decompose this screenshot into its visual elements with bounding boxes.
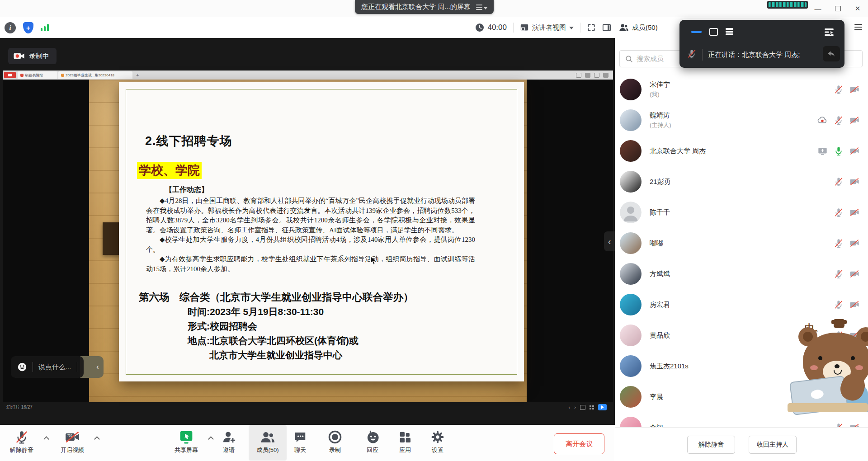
invite-button[interactable]: 邀请: [210, 425, 248, 461]
unmute-button[interactable]: 解除静音: [3, 425, 41, 461]
start-video-button[interactable]: 720 开启视频: [53, 425, 91, 461]
tabstrip-icon[interactable]: [603, 73, 609, 78]
meeting-info-icon[interactable]: i: [5, 22, 16, 33]
quick-chat-input[interactable]: 说点什么...: [38, 363, 71, 372]
next-slide-icon[interactable]: ›: [574, 405, 576, 410]
avatar: [620, 202, 642, 223]
popup-reply-icon[interactable]: [823, 46, 840, 61]
mic-muted-icon[interactable]: [834, 269, 844, 279]
chat-icon: [293, 430, 307, 444]
camera-off-icon[interactable]: [849, 85, 859, 94]
slide-page: 2.线下招聘专场 学校、学院 【工作动态】 ◆4月28日，由全国工商联、教育部和…: [119, 82, 524, 381]
emoji-icon[interactable]: [17, 362, 27, 372]
camera-off-icon[interactable]: [849, 177, 859, 187]
camera-off-icon[interactable]: [849, 207, 859, 217]
play-button[interactable]: [598, 404, 607, 410]
slide-paragraphs: ◆4月28日，由全国工商联、教育部和人社部共同举办的“百城万企”民企高校携手促就…: [146, 196, 475, 274]
member-row[interactable]: 宋佳宁(我): [615, 74, 868, 105]
member-row[interactable]: 方斌斌: [615, 259, 868, 289]
tab-favicon: [61, 74, 64, 77]
member-row[interactable]: 李晨: [615, 381, 868, 412]
toolbar-item-label: 设置: [432, 446, 443, 454]
member-name: 魏靖涛: [650, 111, 817, 120]
member-row[interactable]: 北京联合大学 周杰: [615, 136, 868, 166]
browser-tab[interactable]: 2023届毕业生就...集20230418: [58, 71, 132, 79]
annotate-icon[interactable]: [580, 405, 585, 410]
camera-off-icon[interactable]: 720: [65, 429, 80, 445]
record-button[interactable]: 录制: [316, 425, 354, 461]
tabstrip-icon[interactable]: [594, 73, 599, 78]
member-row[interactable]: 黄品欣: [615, 320, 868, 351]
start-video-options-chevron[interactable]: [94, 435, 99, 441]
camera-off-icon[interactable]: [849, 330, 859, 340]
window-restore-button[interactable]: [830, 2, 845, 15]
member-row[interactable]: 嘟嘟: [615, 228, 868, 259]
popup-minimize-icon[interactable]: [691, 31, 702, 33]
settings-button[interactable]: 设置: [419, 425, 457, 461]
window-minimize-button[interactable]: —: [810, 2, 826, 15]
mic-muted-icon[interactable]: [834, 207, 844, 217]
bottom-toolbar: 离开会议 解除静音 720 开启视频 共享屏幕 邀请 成员(50) 聊天 录制 …: [0, 425, 615, 461]
camera-off-icon[interactable]: [849, 300, 859, 310]
mic-muted-icon[interactable]: [834, 330, 844, 340]
reclaim-host-button[interactable]: 收回主持人: [749, 436, 797, 454]
tab-favicon: [20, 74, 24, 77]
camera-off-icon[interactable]: [849, 146, 859, 156]
member-list: 宋佳宁(我) 魏靖涛(主持人) 北京联合大学 周杰 21彭勇 陈千千: [615, 17, 868, 461]
member-row[interactable]: 21彭勇: [615, 166, 868, 197]
banner-menu-icon[interactable]: [476, 5, 487, 10]
share-screen-button[interactable]: 共享屏幕: [167, 425, 205, 461]
new-tab-button[interactable]: +: [136, 72, 139, 78]
shared-screen-area: 录制中 刷题易情报 2023届毕业生就...集20230418 +: [0, 38, 615, 425]
mic-muted-icon[interactable]: [687, 49, 697, 59]
reaction-icon: [365, 430, 380, 444]
slide-paragraph: ◆校学生处加大学生服务力度，4月份共组织校园招聘活动4场，涉及140家用人单位参…: [146, 235, 475, 254]
member-row[interactable]: 魏靖涛(主持人): [615, 105, 868, 136]
view-mode-selector[interactable]: 演讲者视图: [520, 24, 574, 32]
toolbar-item-label: 回应: [367, 446, 378, 454]
mic-on-icon[interactable]: [834, 146, 844, 156]
mic-muted-icon[interactable]: [834, 238, 844, 248]
tabstrip-icon[interactable]: [576, 73, 581, 78]
camera-off-icon[interactable]: [849, 115, 859, 125]
popup-collapse-icon[interactable]: [824, 27, 835, 37]
side-panel-toggle-icon[interactable]: [602, 24, 611, 32]
camera-off-icon[interactable]: [849, 269, 859, 279]
mic-muted-icon[interactable]: [834, 300, 844, 310]
unmute-options-chevron[interactable]: [43, 435, 49, 441]
leave-meeting-button[interactable]: 离开会议: [554, 433, 604, 454]
prev-slide-icon[interactable]: ‹: [569, 405, 571, 410]
slide-session-title: 第六场 综合类（北京市大学生就业创业指导中心联合举办）: [139, 290, 414, 304]
mic-muted-icon[interactable]: [834, 361, 844, 371]
popup-window-icon[interactable]: [709, 28, 718, 36]
camera-off-icon[interactable]: [849, 392, 859, 402]
mic-muted-icon[interactable]: [834, 177, 844, 187]
mic-muted-icon[interactable]: [834, 392, 844, 402]
popup-list-icon[interactable]: [726, 28, 733, 35]
mic-muted-icon[interactable]: [834, 115, 844, 125]
member-row[interactable]: 陈千千: [615, 197, 868, 228]
window-close-button[interactable]: ✕: [850, 2, 865, 15]
security-shield-icon[interactable]: +: [23, 22, 33, 33]
member-name: 北京联合大学 周杰: [650, 147, 817, 155]
default-avatar-icon: [620, 202, 642, 223]
mic-muted-icon[interactable]: [14, 430, 29, 444]
tabstrip-window-icons: [576, 73, 613, 78]
avatar: [620, 109, 642, 131]
avatar: [620, 232, 642, 254]
watching-banner-text: 您正在观看北京联合大学 周...的屏幕: [361, 3, 471, 11]
fullscreen-icon[interactable]: [587, 23, 596, 32]
avatar: [620, 355, 642, 377]
panel-collapse-chevron[interactable]: ‹: [604, 231, 615, 251]
slide-grid-icon[interactable]: [590, 405, 594, 409]
chat-button[interactable]: 聊天: [281, 425, 319, 461]
tabstrip-icon[interactable]: [585, 73, 590, 78]
capture-indicator-widget: [767, 1, 808, 9]
camera-off-icon[interactable]: [849, 361, 859, 371]
mic-muted-icon[interactable]: [834, 85, 844, 94]
camera-off-icon[interactable]: [849, 238, 859, 248]
unmute-all-button[interactable]: 解除静音: [687, 436, 735, 454]
member-row[interactable]: 房宏君: [615, 289, 868, 320]
member-row[interactable]: 焦玉杰2101s: [615, 351, 868, 381]
browser-tab[interactable]: 刷题易情报: [18, 71, 57, 79]
